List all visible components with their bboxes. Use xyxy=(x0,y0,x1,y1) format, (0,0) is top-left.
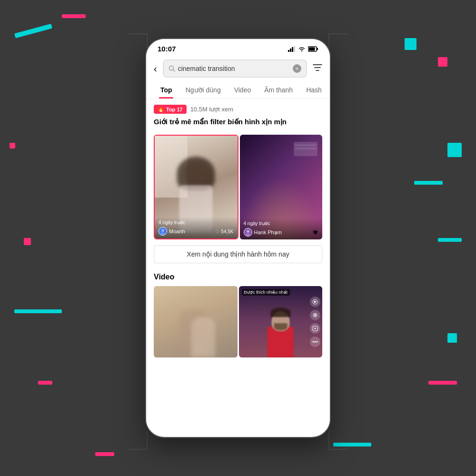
tab-hash[interactable]: Hash xyxy=(299,81,328,99)
svg-rect-0 xyxy=(288,50,289,52)
wifi-icon xyxy=(298,46,306,52)
video-small-1[interactable] xyxy=(154,286,238,357)
featured-video-card[interactable]: 4 ngày trước Moanh xyxy=(154,135,238,239)
video-badge: Được thích nhiều nhất xyxy=(242,289,290,296)
svg-rect-2 xyxy=(292,47,293,52)
bg-decor-8 xyxy=(14,309,62,313)
svg-point-24 xyxy=(313,341,314,343)
username-2: Hank Phạm xyxy=(254,229,282,236)
filter-icon xyxy=(313,63,322,72)
views-count: 10,5M lượt xem xyxy=(190,106,233,113)
video-controls xyxy=(310,297,320,347)
svg-point-14 xyxy=(161,232,165,235)
username-1: Moanh xyxy=(169,228,185,234)
bg-decor-6 xyxy=(447,143,462,157)
trending-button[interactable]: Xem nội dung thịnh hành hôm nay xyxy=(154,245,322,263)
video-grid: 4 ngày trước Moanh xyxy=(146,135,330,239)
bg-decor-10 xyxy=(38,381,52,385)
speed-control[interactable] xyxy=(310,297,320,307)
tab-nguoidung[interactable]: Người dùng xyxy=(179,81,228,99)
user-info-1: Moanh xyxy=(159,227,185,236)
status-icons xyxy=(288,46,318,52)
svg-rect-3 xyxy=(294,46,295,52)
search-query: cinematic transition xyxy=(178,65,290,72)
corner-decor-tl xyxy=(129,33,148,52)
tabs: Top Người dùng Video Âm thanh Hash xyxy=(146,81,330,99)
bg-decor-7 xyxy=(24,238,31,245)
like-row-1: ♡ 54,5K xyxy=(215,229,233,234)
section-title: Giới trẻ mê mẩn filter biến hình xịn mịn xyxy=(154,118,322,126)
signal-icon xyxy=(288,46,296,52)
user-avatar-1 xyxy=(159,227,167,236)
user-row-2: Hank Phạm 🕷 xyxy=(244,228,319,237)
svg-point-13 xyxy=(161,229,164,232)
svg-point-20 xyxy=(314,314,316,316)
svg-point-17 xyxy=(246,234,250,236)
tab-top[interactable]: Top xyxy=(154,81,179,99)
video-date-2: 4 ngày trước xyxy=(244,221,319,226)
badge-label: Top 17 xyxy=(166,107,183,112)
corner-decor-tr xyxy=(328,33,347,52)
svg-rect-6 xyxy=(309,47,315,50)
svg-rect-1 xyxy=(290,49,291,52)
more-control[interactable] xyxy=(310,337,320,347)
back-button[interactable]: ‹ xyxy=(152,61,159,76)
bg-decor-14 xyxy=(95,452,114,456)
video-row: Được thích nhiều nhất xyxy=(154,286,322,357)
search-box[interactable]: cinematic transition × xyxy=(163,60,307,78)
second-video-card[interactable]: 4 ngày trước Hank Phạm xyxy=(240,135,323,239)
bg-decor-4 xyxy=(438,57,447,67)
heart-icon-1: ♡ xyxy=(215,229,219,234)
bg-decor-11 xyxy=(428,381,457,385)
top-badge: 🔥 Top 17 xyxy=(154,105,187,114)
svg-point-16 xyxy=(247,230,249,233)
video-small-thumb-1 xyxy=(154,286,238,357)
filter-control[interactable] xyxy=(310,310,320,320)
clear-search-button[interactable]: × xyxy=(293,64,301,73)
spider-icon: 🕷 xyxy=(313,229,318,236)
svg-rect-5 xyxy=(317,48,318,50)
bg-decor-3 xyxy=(405,38,416,50)
svg-point-26 xyxy=(317,341,318,343)
bg-decor-9 xyxy=(438,238,462,242)
fire-icon: 🔥 xyxy=(158,106,164,112)
like-count-1: 54,5K xyxy=(221,229,233,234)
video-section: Video xyxy=(146,269,330,357)
search-area: ‹ cinematic transition × xyxy=(146,56,330,81)
effect-control[interactable] xyxy=(310,323,320,334)
video-small-2[interactable]: Được thích nhiều nhất xyxy=(239,286,323,357)
user-avatar-2 xyxy=(244,228,252,237)
search-icon xyxy=(169,65,175,72)
battery-icon xyxy=(308,46,318,52)
top-section: 🔥 Top 17 10,5M lượt xem Giới trẻ mê mẩn … xyxy=(146,99,330,135)
status-bar: 10:07 xyxy=(146,39,330,56)
badge-row: 🔥 Top 17 10,5M lượt xem xyxy=(154,105,322,114)
svg-point-25 xyxy=(315,341,316,343)
user-row-1: Moanh ♡ 54,5K xyxy=(159,227,234,236)
bg-decor-1 xyxy=(14,24,52,38)
filter-button[interactable] xyxy=(311,61,324,76)
video-date-1: 4 ngày trước xyxy=(159,220,234,225)
corner-decor-bl xyxy=(129,431,148,450)
video-overlay-2: 4 ngày trước Hank Phạm xyxy=(240,218,323,239)
bg-decor-12 xyxy=(447,333,457,343)
tab-video[interactable]: Video xyxy=(228,81,258,99)
content-area: 🔥 Top 17 10,5M lượt xem Giới trẻ mê mẩn … xyxy=(146,99,330,435)
video-overlay-1: 4 ngày trước Moanh xyxy=(155,217,238,238)
bg-decor-5 xyxy=(10,143,15,149)
phone-frame: 10:07 ‹ xyxy=(145,38,331,438)
bg-decor-2 xyxy=(62,14,86,18)
tab-amthanh[interactable]: Âm thanh xyxy=(258,81,299,99)
svg-line-8 xyxy=(173,70,175,72)
corner-decor-br xyxy=(328,431,347,450)
bg-decor-13 xyxy=(414,181,443,185)
status-time: 10:07 xyxy=(158,45,176,53)
user-info-2: Hank Phạm xyxy=(244,228,282,237)
video-section-title: Video xyxy=(154,273,322,281)
